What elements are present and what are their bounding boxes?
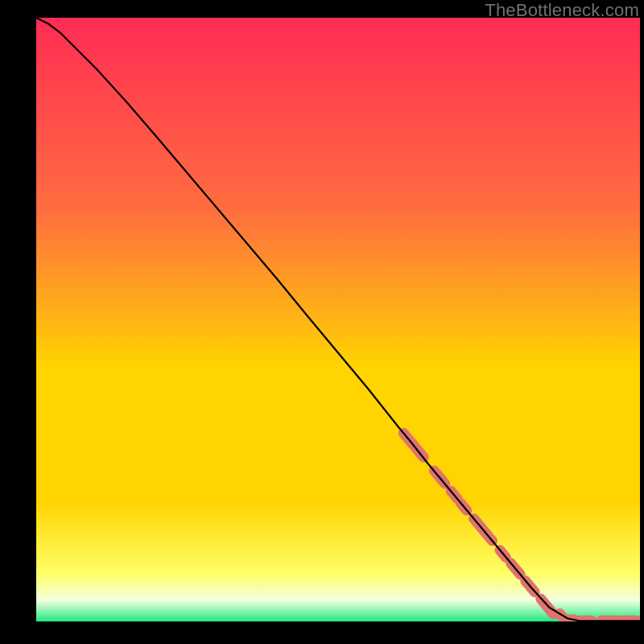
- plot-area: [36, 18, 640, 621]
- gradient-bg: [36, 18, 640, 621]
- chart-container: TheBottleneck.com: [0, 0, 644, 644]
- watermark-text: TheBottleneck.com: [485, 0, 639, 21]
- plot-svg: [36, 18, 640, 621]
